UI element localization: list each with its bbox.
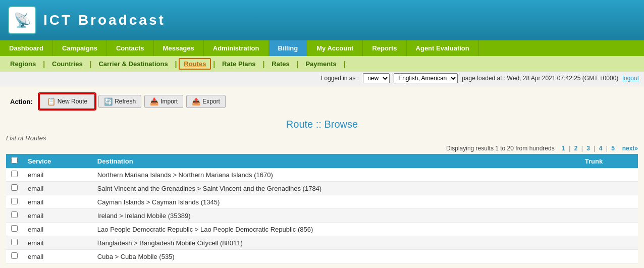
row-checkbox-cell [6,168,23,182]
subnav-regions[interactable]: Regions [5,58,41,70]
page-loaded-text: page loaded at : Wed, 28 Apr 2021 07:42:… [462,75,618,82]
page-1-link[interactable]: 1 [562,145,565,152]
row-checkbox[interactable] [11,198,18,204]
action-label: Action: [10,98,33,105]
table-row: email Northern Mariana Islands > Norther… [6,168,638,182]
subnav-payments[interactable]: Payments [300,58,341,70]
select-all-checkbox[interactable] [11,157,18,164]
nav-item-administration[interactable]: Administration [204,40,269,56]
col-header-trunk: Trunk [580,154,638,168]
export-button[interactable]: 📤 Export [186,95,226,108]
nav-item-messages[interactable]: Messages [154,40,204,56]
table-row: email Cayman Islands > Cayman Islands (1… [6,195,638,209]
nav-item-contacts[interactable]: Contacts [107,40,154,56]
page-5-link[interactable]: 5 [611,145,615,152]
col-header-service: Service [23,154,92,168]
row-checkbox-cell [6,250,23,263]
action-bar: Action: 📋 New Route 🔄 Refresh 📥 Import 📤… [6,90,638,113]
row-service: email [23,168,92,182]
refresh-icon: 🔄 [104,97,113,105]
display-text: Displaying results 1 to 20 from hundreds [446,145,555,152]
row-destination: Saint Vincent and the Grenadines > Saint… [92,182,580,195]
row-destination: Cayman Islands > Cayman Islands (1345) [92,195,580,209]
subnav-rate-plans[interactable]: Rate Plans [217,58,260,70]
row-checkbox[interactable] [11,252,18,259]
row-destination: Bangladesh > Bangladesh Mobile Citycell … [92,236,580,250]
row-service: email [23,209,92,223]
row-checkbox-cell [6,223,23,236]
logout-link[interactable]: logout [622,75,639,82]
new-route-label: New Route [58,98,87,105]
nav-item-campaigns[interactable]: Campaigns [53,40,107,56]
row-service: email [23,236,92,250]
page-heading: Route :: Browse [6,119,638,130]
row-trunk [580,209,638,223]
row-service: email [23,182,92,195]
routes-table: Service Destination Trunk email Northern… [6,154,638,263]
row-trunk [580,250,638,263]
col-header-check [6,154,23,168]
page-3-link[interactable]: 3 [586,145,590,152]
row-destination: Ireland > Ireland Mobile (35389) [92,209,580,223]
new-route-icon: 📋 [47,97,56,105]
page-4-link[interactable]: 4 [599,145,603,152]
table-row: email Cuba > Cuba Mobile (535) [6,250,638,263]
new-route-button[interactable]: 📋 New Route [39,93,95,110]
table-row: email Bangladesh > Bangladesh Mobile Cit… [6,236,638,250]
row-trunk [580,236,638,250]
row-checkbox-cell [6,209,23,223]
import-button[interactable]: 📥 Import [144,95,183,108]
list-label: List of Routes [6,134,638,142]
nav-bar: Dashboard Campaigns Contacts Messages Ad… [0,40,644,56]
subnav-countries[interactable]: Countries [47,58,88,70]
logged-in-label: Logged in as : [321,75,359,82]
app-title: ICT Broadcast [43,12,166,28]
row-destination: Cuba > Cuba Mobile (535) [92,250,580,263]
app-logo: 📡 [8,6,36,34]
row-checkbox[interactable] [11,211,18,218]
row-checkbox-cell [6,236,23,250]
row-trunk [580,168,638,182]
table-row: email Saint Vincent and the Grenadines >… [6,182,638,195]
refresh-label: Refresh [115,98,136,105]
page-next-link[interactable]: next» [622,145,638,152]
row-destination: Northern Mariana Islands > Northern Mari… [92,168,580,182]
row-destination: Lao People Democratic Republic > Lao Peo… [92,223,580,236]
row-service: email [23,195,92,209]
user-select[interactable]: new [363,73,390,83]
nav-item-my-account[interactable]: My Account [307,40,363,56]
nav-item-reports[interactable]: Reports [363,40,406,56]
language-select[interactable]: English, American [394,73,458,83]
import-label: Import [160,98,178,105]
col-header-destination: Destination [92,154,580,168]
nav-item-agent-evaluation[interactable]: Agent Evaluation [407,40,479,56]
row-service: email [23,223,92,236]
subnav-carrier-destinations[interactable]: Carrier & Destinations [93,58,173,70]
row-trunk [580,195,638,209]
row-checkbox[interactable] [11,171,18,177]
row-checkbox[interactable] [11,239,18,245]
status-bar: Logged in as : new English, American pag… [0,72,644,85]
subnav-rates[interactable]: Rates [266,58,294,70]
new-route-highlight: 📋 New Route [39,93,95,110]
row-checkbox[interactable] [11,184,18,191]
export-label: Export [202,98,220,105]
app-header: 📡 ICT Broadcast [0,0,644,40]
nav-item-billing[interactable]: Billing [269,40,308,56]
subnav-routes[interactable]: Routes [179,58,211,70]
table-row: email Ireland > Ireland Mobile (35389) [6,209,638,223]
row-trunk [580,223,638,236]
import-icon: 📥 [150,97,158,105]
row-service: email [23,250,92,263]
sub-nav: Regions | Countries | Carrier & Destinat… [0,56,644,72]
logo-icon: 📡 [14,12,31,29]
refresh-button[interactable]: 🔄 Refresh [98,95,141,108]
row-checkbox[interactable] [11,225,18,232]
pagination-row: Displaying results 1 to 20 from hundreds… [6,145,638,152]
nav-item-dashboard[interactable]: Dashboard [0,40,53,56]
row-checkbox-cell [6,195,23,209]
table-row: email Lao People Democratic Republic > L… [6,223,638,236]
content-area: Action: 📋 New Route 🔄 Refresh 📥 Import 📤… [0,85,644,268]
page-2-link[interactable]: 2 [574,145,578,152]
export-icon: 📤 [192,97,200,105]
